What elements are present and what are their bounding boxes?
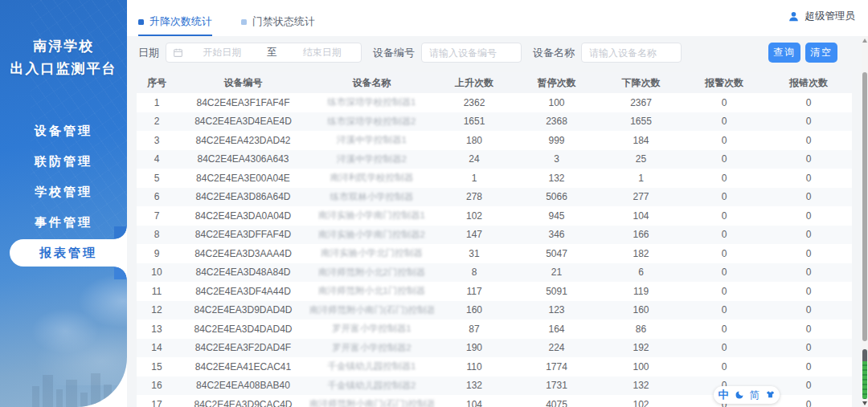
- device-name-input[interactable]: [581, 43, 682, 63]
- cell-down-count: 192: [599, 342, 683, 353]
- cell-down-count: 166: [599, 229, 683, 240]
- sidebar-item-1[interactable]: 设备管理: [0, 116, 127, 146]
- cell-down-count: 6: [599, 267, 683, 278]
- date-range-picker[interactable]: 开始日期 至 结束日期: [166, 43, 362, 63]
- cell-index: 1: [137, 97, 177, 108]
- ime-simplified-button[interactable]: 简: [750, 389, 760, 402]
- scrollbar-up-arrow-icon[interactable]: [862, 39, 867, 43]
- cell-alarm-count: 0: [683, 267, 765, 278]
- cell-pause-count: 1774: [514, 361, 599, 372]
- cell-down-count: 1655: [599, 116, 683, 127]
- col-header-error-count: 报错次数: [765, 76, 852, 90]
- cell-device-name: 练市双林小学控制器: [309, 191, 434, 203]
- table-row: 984C2E4EA3D3AAA4D南浔实验小学北门控制器31504718200: [137, 244, 852, 263]
- cell-device-id: 84C2E4EA3F2DAD4F: [177, 342, 309, 353]
- tab-1[interactable]: 升降次数统计: [138, 14, 212, 36]
- sidebar-menu: 设备管理联防管理学校管理事件管理报表管理: [0, 116, 127, 267]
- cell-alarm-count: 0: [683, 135, 765, 146]
- device-id-input[interactable]: [421, 43, 522, 63]
- content-area: 日期 开始日期 至 结束日期 设备编号 设备名称 查询 清空 序号设备编号设备名…: [127, 36, 862, 407]
- cell-device-name: 南浔师范附小南门(石门)控制器1: [309, 304, 434, 316]
- cell-up-count: 278: [434, 191, 514, 202]
- cell-device-name: 南浔利民学校控制器: [309, 172, 434, 184]
- table-header-row: 序号设备编号设备名称上升次数暂停次数下降次数报警次数报错次数: [137, 72, 852, 93]
- cell-device-name: 南浔实验小学南门控制器2: [309, 229, 434, 241]
- tab-2[interactable]: 门禁状态统计: [241, 14, 315, 36]
- cell-device-id: 84C2E4EA3D9DAD4D: [177, 304, 309, 315]
- table-row: 484C2E4EA4306A643浔溪中学控制器22432500: [137, 150, 852, 169]
- cell-error-count: 0: [765, 286, 852, 297]
- scrollbar-down-arrow-icon[interactable]: [862, 401, 867, 405]
- cell-device-name: 千金镇幼儿园控制器1: [309, 360, 434, 372]
- col-header-alarm-count: 报警次数: [683, 76, 765, 90]
- skin-shirt-icon[interactable]: [765, 390, 776, 400]
- calendar-icon: [173, 47, 183, 58]
- tab-label: 升降次数统计: [149, 14, 212, 29]
- cell-up-count: 104: [434, 399, 514, 407]
- cell-alarm-count: 0: [683, 342, 765, 353]
- cell-pause-count: 945: [514, 210, 599, 222]
- cell-up-count: 117: [434, 286, 514, 297]
- tab-bullet-icon: [241, 19, 247, 25]
- cell-up-count: 31: [434, 248, 514, 259]
- cell-device-id: 84C2E4EA3D9CAC4D: [177, 399, 309, 407]
- ime-toolbar[interactable]: 中 简: [714, 386, 780, 404]
- cell-error-count: 0: [765, 229, 852, 240]
- cell-pause-count: 999: [514, 135, 599, 146]
- cell-device-id: 84C2E4EA3DA0A04D: [177, 210, 309, 222]
- cell-pause-count: 132: [514, 173, 599, 184]
- cell-pause-count: 5047: [514, 248, 599, 259]
- scrollbar-thumb[interactable]: [862, 72, 867, 341]
- table-row: 684C2E4EA3D86A64D练市双林小学控制器278506627700: [137, 188, 852, 207]
- moon-icon[interactable]: [735, 390, 744, 400]
- sidebar-item-5[interactable]: 报表管理: [10, 239, 127, 267]
- cell-index: 5: [137, 173, 177, 184]
- cell-device-name: 罗开富小学控制器1: [309, 323, 434, 335]
- cell-device-id: 84C2E4EA4306A643: [177, 153, 309, 165]
- date-end-input[interactable]: 结束日期: [284, 46, 362, 59]
- cell-alarm-count: 0: [683, 97, 765, 108]
- cell-down-count: 182: [599, 248, 683, 259]
- user-menu[interactable]: 超级管理员: [788, 10, 856, 23]
- cell-alarm-count: 0: [683, 173, 765, 184]
- cell-up-count: 87: [434, 324, 514, 335]
- table-row: 1484C2E4EA3F2DAD4F罗开富小学控制器219022419200: [137, 339, 852, 358]
- cell-down-count: 100: [599, 361, 683, 372]
- cell-up-count: 1651: [434, 116, 514, 127]
- cell-pause-count: 5066: [514, 191, 599, 202]
- cell-index: 13: [137, 324, 177, 335]
- cell-error-count: 0: [765, 361, 852, 372]
- cell-device-id: 84C2E4EA3DF4A44D: [177, 286, 309, 297]
- cell-down-count: 160: [599, 304, 683, 315]
- date-separator: 至: [261, 46, 284, 59]
- cell-pause-count: 224: [514, 342, 599, 353]
- table-row: 184C2E4EA3F1FAF4F练市深培学校控制器12362100236700: [137, 93, 852, 112]
- table-row: 1184C2E4EA3DF4A44D南浔师范附小北1门控制器1175091119…: [137, 282, 852, 301]
- vertical-scrollbar[interactable]: [862, 36, 868, 407]
- sidebar-item-3[interactable]: 学校管理: [0, 177, 127, 207]
- search-button[interactable]: 查询: [768, 43, 800, 63]
- cell-alarm-count: 0: [683, 286, 765, 297]
- cell-alarm-count: 0: [683, 361, 765, 372]
- cell-down-count: 184: [599, 135, 683, 146]
- table-row: 1584C2E4EA41ECAC41千金镇幼儿园控制器1110177410000: [137, 357, 852, 376]
- cell-pause-count: 1731: [514, 380, 599, 391]
- date-label: 日期: [138, 46, 159, 60]
- cell-index: 16: [137, 380, 177, 391]
- clear-button[interactable]: 清空: [805, 43, 837, 63]
- date-start-input[interactable]: 开始日期: [183, 46, 261, 59]
- app-title-line2: 出入口监测平台: [0, 58, 127, 80]
- cell-alarm-count: 0: [683, 116, 765, 127]
- scroll-indicator-cap: [862, 349, 867, 361]
- ime-chinese-mode-button[interactable]: 中: [719, 388, 729, 402]
- cell-alarm-count: 0: [683, 229, 765, 240]
- cell-device-id: 84C2E4EA3D4EAE4D: [177, 116, 309, 127]
- device-id-label: 设备编号: [373, 46, 415, 60]
- col-header-device-name: 设备名称: [309, 76, 434, 90]
- sidebar-item-2[interactable]: 联防管理: [0, 146, 127, 177]
- tab-bullet-icon: [138, 19, 144, 25]
- sidebar-item-4[interactable]: 事件管理: [0, 207, 127, 238]
- cell-down-count: 132: [599, 380, 683, 391]
- device-name-label: 设备名称: [533, 46, 575, 60]
- cell-error-count: 0: [765, 191, 852, 202]
